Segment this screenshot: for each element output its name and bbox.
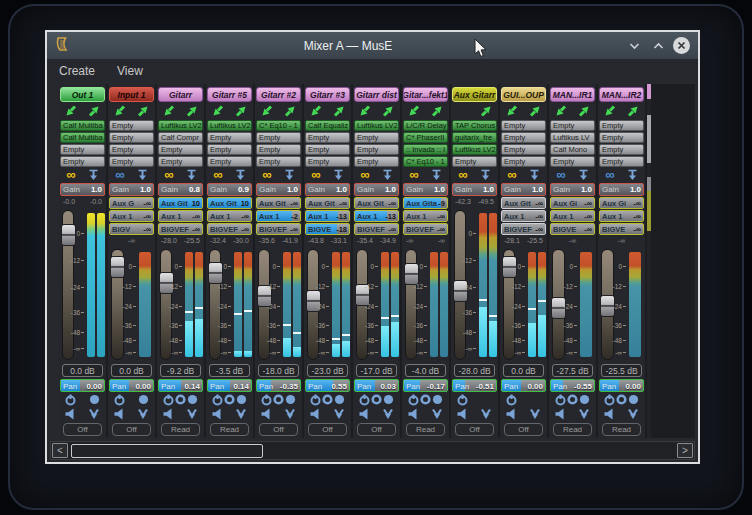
- power-button[interactable]: [604, 394, 615, 407]
- routing-down-icon[interactable]: [333, 169, 344, 181]
- track-name-button[interactable]: Gitarr #2: [256, 87, 301, 102]
- fader-db-value[interactable]: 0.0 dB: [111, 364, 152, 377]
- output-routing-arrow-icon[interactable]: [529, 105, 541, 117]
- monitor-arrows-button[interactable]: [529, 408, 541, 420]
- effect-slot[interactable]: Calf Mono: [550, 144, 595, 155]
- output-routing-arrow-icon[interactable]: [578, 105, 590, 117]
- input-routing-arrow-icon[interactable]: [65, 105, 77, 117]
- mute-speaker-button[interactable]: [212, 408, 221, 420]
- aux-send[interactable]: Aux Gi-∞: [550, 197, 595, 209]
- power-button[interactable]: [555, 394, 566, 407]
- effect-slot[interactable]: Empty: [501, 156, 546, 167]
- effect-slot[interactable]: Empty: [305, 144, 350, 155]
- effect-slot[interactable]: Empty: [60, 156, 105, 167]
- routing-down-icon[interactable]: [627, 169, 638, 181]
- input-routing-arrow-icon[interactable]: [310, 105, 322, 117]
- aux-send[interactable]: BIGVEF-∞: [354, 223, 399, 235]
- track-name-button[interactable]: Gitar...fekt1: [403, 87, 448, 102]
- effect-slot[interactable]: Empty: [305, 132, 350, 143]
- automation-mode-button[interactable]: Read: [161, 423, 200, 436]
- aux-send[interactable]: Aux 1-∞: [109, 210, 154, 222]
- record-button[interactable]: [322, 394, 333, 407]
- mute-speaker-button[interactable]: [457, 408, 466, 420]
- pan-control[interactable]: Pan0.55: [305, 379, 350, 392]
- mute-speaker-button[interactable]: [261, 408, 270, 420]
- power-button[interactable]: [408, 394, 419, 407]
- effect-slot[interactable]: Calf Multiba: [60, 132, 105, 143]
- output-routing-arrow-icon[interactable]: [480, 105, 492, 117]
- power-button[interactable]: [359, 394, 370, 407]
- track-name-button[interactable]: Gitarr #5: [207, 87, 252, 102]
- aux-send[interactable]: Aux 1-∞: [158, 210, 203, 222]
- power-button[interactable]: [506, 394, 517, 407]
- automation-mode-button[interactable]: Off: [308, 423, 347, 436]
- automation-mode-button[interactable]: Off: [455, 423, 494, 436]
- effect-slot[interactable]: Empty: [158, 156, 203, 167]
- aux-send[interactable]: BIGVE-18: [305, 223, 350, 235]
- output-routing-arrow-icon[interactable]: [88, 105, 100, 117]
- effect-slot[interactable]: Empty: [256, 132, 301, 143]
- effect-slot[interactable]: Empty: [501, 120, 546, 131]
- power-button[interactable]: [310, 394, 321, 407]
- volume-fader-knob[interactable]: [110, 256, 125, 278]
- effect-slot[interactable]: TAP Chorus: [452, 120, 497, 131]
- monitor-arrows-button[interactable]: [88, 408, 100, 420]
- aux-send[interactable]: Aux Git-∞: [501, 197, 546, 209]
- effect-slot[interactable]: Luftikus LV2: [207, 120, 252, 131]
- input-routing-arrow-icon[interactable]: [261, 105, 273, 117]
- effect-slot[interactable]: Empty: [501, 144, 546, 155]
- solo-button[interactable]: [236, 394, 247, 407]
- automation-mode-button[interactable]: Read: [210, 423, 249, 436]
- effect-slot[interactable]: Empty: [256, 144, 301, 155]
- aux-send[interactable]: BIGVEF-∞: [158, 223, 203, 235]
- aux-send[interactable]: Aux 1-∞: [501, 210, 546, 222]
- effect-slot[interactable]: Empty: [354, 144, 399, 155]
- effect-slot[interactable]: L/C/R Delay: [403, 120, 448, 131]
- aux-send[interactable]: Aux G-∞: [109, 197, 154, 209]
- aux-send[interactable]: Aux 1-∞: [599, 210, 644, 222]
- effect-slot[interactable]: C* Eq10 - 1: [256, 120, 301, 131]
- effect-slot[interactable]: Calf Equaliz: [305, 120, 350, 131]
- fader-db-value[interactable]: -4.0 dB: [405, 364, 446, 377]
- routing-down-icon[interactable]: [431, 169, 442, 181]
- automation-mode-button[interactable]: Off: [112, 423, 151, 436]
- automation-mode-button[interactable]: Read: [406, 423, 445, 436]
- gain-control[interactable]: Gain0.8: [158, 183, 203, 196]
- gain-control[interactable]: Gain1.0: [109, 183, 154, 196]
- routing-down-icon[interactable]: [382, 169, 393, 181]
- power-button[interactable]: [457, 394, 468, 407]
- input-routing-arrow-icon[interactable]: [604, 105, 616, 117]
- mute-speaker-button[interactable]: [506, 408, 515, 420]
- solo-button[interactable]: [334, 394, 345, 407]
- effect-slot[interactable]: Empty: [109, 120, 154, 131]
- mute-speaker-button[interactable]: [65, 408, 74, 420]
- stereo-toggle-icon[interactable]: ∞: [66, 169, 75, 180]
- power-button[interactable]: [212, 394, 223, 407]
- aux-send[interactable]: Aux 1-13: [305, 210, 350, 222]
- track-name-button[interactable]: Gitarr dist: [354, 87, 399, 102]
- monitor-arrows-button[interactable]: [382, 408, 394, 420]
- output-routing-arrow-icon[interactable]: [333, 105, 345, 117]
- aux-send[interactable]: BIGV-∞: [109, 223, 154, 235]
- input-routing-arrow-icon[interactable]: [114, 105, 126, 117]
- monitor-arrows-button[interactable]: [627, 408, 639, 420]
- scroll-left-button[interactable]: <: [52, 443, 68, 458]
- gain-control[interactable]: Gain1.0: [354, 183, 399, 196]
- maximize-button[interactable]: [649, 37, 667, 55]
- output-routing-arrow-icon[interactable]: [137, 105, 149, 117]
- automation-mode-button[interactable]: Off: [504, 423, 543, 436]
- menu-view[interactable]: View: [117, 64, 143, 78]
- effect-slot[interactable]: Luftikus LV2: [354, 120, 399, 131]
- stereo-toggle-icon[interactable]: ∞: [409, 169, 418, 180]
- gain-control[interactable]: Gain1.0: [60, 183, 105, 196]
- routing-down-icon[interactable]: [137, 169, 148, 181]
- record-button[interactable]: [273, 394, 284, 407]
- pan-control[interactable]: Pan-0.35: [256, 379, 301, 392]
- track-name-button[interactable]: Aux Gitarr: [452, 87, 497, 102]
- aux-send[interactable]: Aux 1-2: [256, 210, 301, 222]
- output-routing-arrow-icon[interactable]: [627, 105, 639, 117]
- automation-mode-button[interactable]: Off: [63, 423, 102, 436]
- record-button[interactable]: [616, 394, 627, 407]
- fader-db-value[interactable]: -17.0 dB: [356, 364, 397, 377]
- pan-control[interactable]: Pan-0.17: [403, 379, 448, 392]
